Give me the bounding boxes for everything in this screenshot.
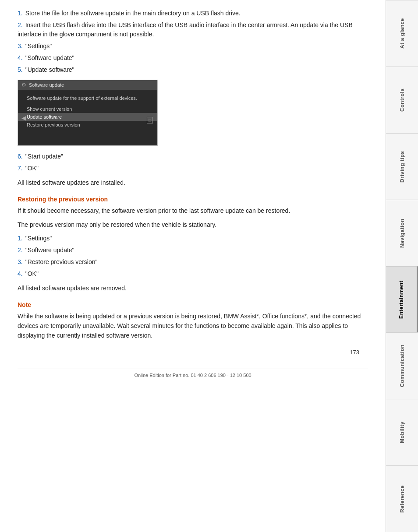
footer: Online Edition for Part no. 01 40 2 606 … (18, 369, 368, 378)
step-r2: 2."Software update" (18, 246, 368, 255)
step-6-text: "Start update" (25, 153, 63, 160)
sidebar-tab-reference[interactable]: Reference (386, 465, 418, 532)
software-update-screenshot: ⚙ Software update Software update for th… (18, 80, 158, 146)
step-2: 2.Insert the USB flash drive into the US… (18, 21, 368, 39)
screenshot-titlebar: ⚙ Software update (18, 80, 157, 90)
step-1-text: Store the file for the software update i… (25, 10, 241, 17)
sidebar-tab-communication[interactable]: Communication (386, 332, 418, 399)
menu-item-restore: Restore previous version (18, 121, 157, 129)
step-r3-num: 3. (18, 258, 23, 265)
screenshot-body: Software update for the support of exter… (18, 90, 157, 145)
step-4-num: 4. (18, 54, 23, 61)
step-r4: 4."OK" (18, 269, 368, 278)
screenshot-description: Software update for the support of exter… (18, 93, 157, 105)
step-r1-num: 1. (18, 235, 23, 242)
sidebar-tab-navigation[interactable]: Navigation (386, 200, 418, 266)
step-2-num: 2. (18, 21, 23, 28)
step-3: 3."Settings" (18, 42, 368, 51)
step-r2-num: 2. (18, 247, 23, 254)
step-5: 5."Update software" (18, 65, 368, 74)
step-r4-num: 4. (18, 270, 23, 277)
main-content: 1.Store the file for the software update… (0, 0, 386, 532)
left-arrow-icon: ◀ (21, 114, 26, 121)
step-1-num: 1. (18, 10, 23, 17)
step-7: 7."OK" (18, 164, 368, 173)
steps-group-2: 6."Start update" 7."OK" (18, 152, 368, 173)
step-7-num: 7. (18, 165, 23, 172)
sidebar-tab-driving-tips[interactable]: Driving tips (386, 133, 418, 200)
section-heading: Restoring the previous version (18, 196, 368, 203)
step-6-num: 6. (18, 153, 23, 160)
step-5-num: 5. (18, 66, 23, 73)
all-installed-text: All listed software updates are installe… (18, 178, 368, 188)
menu-item-show: Show current version (18, 105, 157, 113)
steps-group-1: 1.Store the file for the software update… (18, 9, 368, 74)
step-4-text: "Software update" (25, 54, 74, 61)
all-removed-text: All listed software updates are removed. (18, 284, 368, 293)
sidebar-tab-mobility[interactable]: Mobility (386, 399, 418, 465)
step-1: 1.Store the file for the software update… (18, 9, 368, 18)
footer-text: Online Edition for Part no. 01 40 2 606 … (134, 373, 251, 378)
step-r4-text: "OK" (25, 270, 39, 277)
step-r3: 3."Restore previous version" (18, 257, 368, 267)
note-text: While the software is being updated or a… (18, 312, 368, 340)
sidebar-tab-at-a-glance[interactable]: At a glance (386, 0, 418, 67)
note-heading: Note (18, 301, 368, 308)
display-icon: □ (147, 117, 153, 123)
step-4: 4."Software update" (18, 53, 368, 63)
sidebar: At a glance Controls Driving tips Naviga… (386, 0, 418, 532)
steps-group-3: 1."Settings" 2."Software update" 3."Rest… (18, 234, 368, 278)
step-3-num: 3. (18, 42, 23, 49)
step-7-text: "OK" (25, 165, 39, 172)
step-2-text: Insert the USB flash drive into the USB … (18, 21, 353, 38)
step-6: 6."Start update" (18, 152, 368, 161)
step-r1: 1."Settings" (18, 234, 368, 243)
sidebar-tab-entertainment[interactable]: Entertainment (386, 266, 418, 333)
sidebar-tab-controls[interactable]: Controls (386, 67, 418, 133)
step-r2-text: "Software update" (25, 247, 74, 254)
step-r1-text: "Settings" (25, 235, 52, 242)
screenshot-title: Software update (29, 82, 64, 88)
settings-icon: ⚙ (21, 82, 26, 88)
section-para-1: If it should become necessary, the softw… (18, 206, 368, 216)
step-3-text: "Settings" (25, 42, 52, 49)
section-para-2: The previous version may only be restore… (18, 220, 368, 230)
menu-item-update: Update software (18, 113, 157, 121)
step-r3-text: "Restore previous version" (25, 258, 98, 265)
page-number: 173 (18, 349, 368, 356)
step-5-text: "Update software" (25, 66, 74, 73)
